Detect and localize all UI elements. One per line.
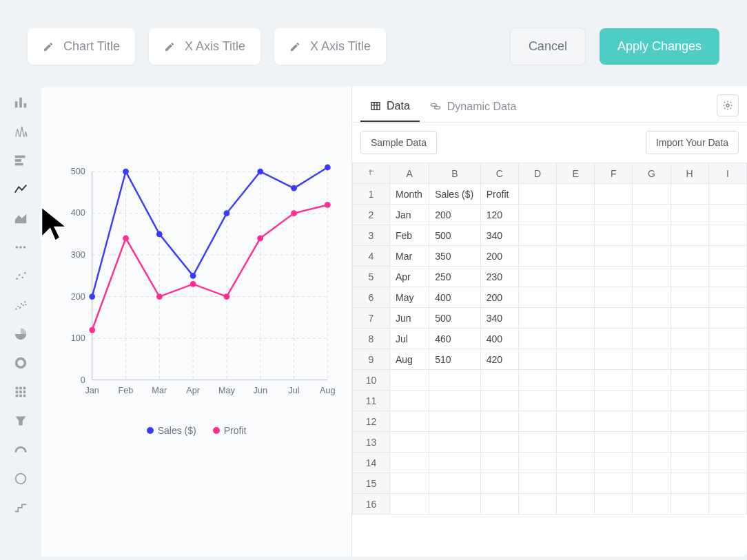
cell[interactable]: Jun [390, 308, 429, 329]
cell[interactable] [518, 411, 556, 432]
cell[interactable]: 250 [429, 267, 481, 287]
cell[interactable] [633, 329, 671, 349]
cell[interactable] [708, 391, 746, 411]
cell[interactable] [708, 329, 746, 349]
cell[interactable]: 510 [429, 349, 481, 370]
cell[interactable] [595, 184, 633, 205]
cell[interactable] [671, 432, 708, 453]
cell[interactable] [557, 453, 595, 473]
cell[interactable] [518, 308, 556, 329]
column-header[interactable]: F [595, 163, 633, 184]
cell[interactable] [671, 349, 708, 370]
cell[interactable] [480, 411, 518, 432]
column-header[interactable]: D [518, 163, 556, 184]
circle-icon[interactable] [11, 469, 30, 488]
cell[interactable] [390, 473, 429, 494]
cell[interactable] [390, 411, 429, 432]
cell[interactable] [633, 267, 671, 287]
horizontal-bar-icon[interactable] [11, 151, 30, 170]
cell[interactable] [708, 432, 746, 453]
cell[interactable] [595, 370, 633, 391]
row-header[interactable]: 6 [353, 287, 390, 308]
cell[interactable] [429, 473, 481, 494]
cell[interactable] [480, 432, 518, 453]
gauge-icon[interactable] [11, 440, 30, 459]
cell[interactable] [633, 308, 671, 329]
cell[interactable] [518, 205, 556, 225]
cell[interactable] [480, 453, 518, 473]
cell[interactable] [518, 184, 556, 205]
cell[interactable] [557, 205, 595, 225]
column-header[interactable]: G [633, 163, 671, 184]
cell[interactable] [708, 225, 746, 246]
cell[interactable] [671, 225, 708, 246]
cell[interactable] [557, 184, 595, 205]
cell[interactable] [595, 225, 633, 246]
cell[interactable]: 460 [429, 329, 481, 349]
pie-icon[interactable] [11, 324, 30, 344]
cell[interactable] [518, 453, 556, 473]
cell[interactable] [390, 494, 429, 515]
cell[interactable] [429, 494, 481, 515]
cell[interactable]: Sales ($) [429, 184, 481, 205]
cell[interactable] [518, 246, 556, 267]
row-header[interactable]: 13 [353, 432, 390, 453]
cell[interactable] [557, 473, 595, 494]
cell[interactable] [708, 473, 746, 494]
cell[interactable] [671, 391, 708, 411]
cell[interactable]: 500 [429, 225, 481, 246]
row-header[interactable]: 14 [353, 453, 390, 473]
cell[interactable]: Profit [480, 184, 518, 205]
cell[interactable] [595, 391, 633, 411]
cell[interactable] [595, 329, 633, 349]
import-data-button[interactable]: Import Your Data [646, 131, 739, 154]
cell[interactable] [708, 453, 746, 473]
cell[interactable] [633, 205, 671, 225]
cell[interactable] [518, 370, 556, 391]
scatter-icon[interactable] [11, 295, 30, 315]
column-header[interactable]: C [480, 163, 518, 184]
cell[interactable] [595, 473, 633, 494]
row-header[interactable]: 1 [353, 184, 390, 205]
cell[interactable] [708, 267, 746, 287]
cell[interactable] [518, 329, 556, 349]
cell[interactable] [671, 411, 708, 432]
cell[interactable] [671, 308, 708, 329]
tab-dynamic-data[interactable]: Dynamic Data [420, 94, 526, 121]
cell[interactable] [671, 453, 708, 473]
line-chart-icon[interactable] [11, 180, 30, 199]
cell[interactable] [671, 246, 708, 267]
matrix-icon[interactable] [11, 382, 30, 402]
cell[interactable] [708, 287, 746, 308]
cell[interactable]: Jan [390, 205, 429, 225]
cell[interactable] [633, 391, 671, 411]
cell[interactable] [595, 349, 633, 370]
cell[interactable] [480, 370, 518, 391]
cell[interactable]: 350 [429, 246, 481, 267]
cell[interactable]: Mar [390, 246, 429, 267]
dots-icon[interactable] [11, 238, 30, 257]
cell[interactable]: 200 [480, 287, 518, 308]
cancel-button[interactable]: Cancel [510, 28, 586, 65]
row-header[interactable]: 4 [353, 246, 390, 267]
cell[interactable]: May [390, 287, 429, 308]
cell[interactable] [708, 184, 746, 205]
cell[interactable]: 120 [480, 205, 518, 225]
cell[interactable] [633, 370, 671, 391]
cell[interactable] [633, 432, 671, 453]
column-header[interactable]: H [671, 163, 708, 184]
cell[interactable]: Jul [390, 329, 429, 349]
x-axis-title-field-2[interactable]: X Axis Title [274, 28, 386, 65]
cell[interactable] [671, 370, 708, 391]
cell[interactable] [480, 473, 518, 494]
cell[interactable] [557, 494, 595, 515]
cell[interactable] [480, 494, 518, 515]
cell[interactable]: 340 [480, 225, 518, 246]
spreadsheet-grid[interactable]: ABCDEFGHI1MonthSales ($)Profit2Jan200120… [352, 163, 747, 515]
cell[interactable] [671, 205, 708, 225]
cell[interactable] [595, 287, 633, 308]
cell[interactable] [518, 391, 556, 411]
cell[interactable] [671, 267, 708, 287]
funnel-icon[interactable] [11, 411, 30, 431]
donut-icon[interactable] [11, 353, 30, 373]
